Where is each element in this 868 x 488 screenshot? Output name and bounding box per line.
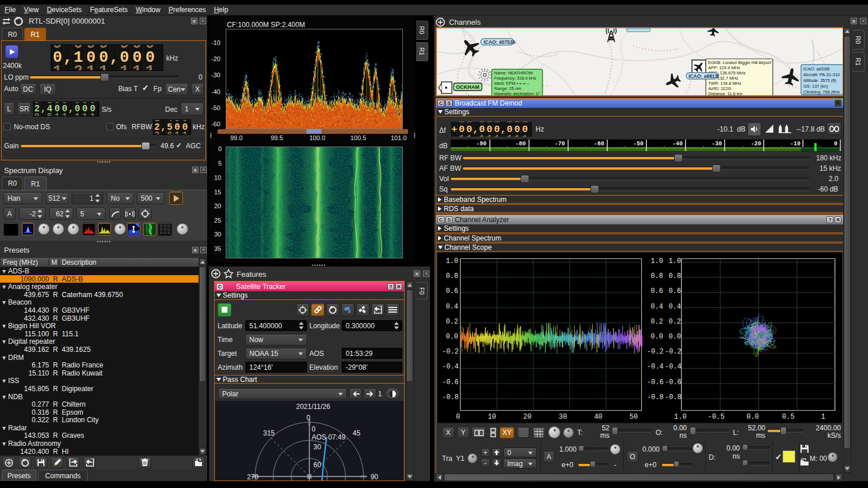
- svg-text:-90: -90: [476, 141, 487, 147]
- svg-text:-50: -50: [633, 141, 643, 147]
- svg-text:-20: -20: [751, 141, 761, 147]
- svg-text:ICAO: a6813f: ICAO: a6813f: [689, 73, 719, 79]
- svg-text:-70: -70: [555, 141, 565, 147]
- svg-text:-40: -40: [672, 141, 683, 147]
- svg-text:30: 30: [313, 443, 321, 451]
- svg-text:Ident: EPM • •--• --: Ident: EPM • •--• --: [494, 81, 530, 86]
- svg-text:EGKB: London Biggin Hill Airpo: EGKB: London Biggin Hill Airport: [708, 60, 772, 65]
- svg-text:132.7 MHz: 132.7 MHz: [717, 76, 739, 81]
- svg-text:TWR: 134.8 MHz: TWR: 134.8 MHz: [708, 81, 742, 86]
- svg-text:0: 0: [834, 141, 837, 147]
- svg-text:Climbing: 768 (ft/m: Climbing: 768 (ft/m: [803, 89, 840, 95]
- svg-text:Altitude: 3575 (ft): Altitude: 3575 (ft): [803, 78, 837, 83]
- svg-text:60: 60: [313, 461, 321, 469]
- svg-text:OCKHAM: OCKHAM: [456, 84, 480, 90]
- svg-text:Frequency: 316.0 kHz: Frequency: 316.0 kHz: [494, 76, 537, 81]
- svg-text:-30: -30: [712, 141, 722, 147]
- svg-text:-60: -60: [594, 141, 604, 147]
- svg-text:Az/El: 112/0: Az/El: 112/0: [708, 86, 731, 91]
- svg-text:0: 0: [306, 414, 310, 422]
- svg-text:Range: 25 nm: Range: 25 nm: [494, 86, 521, 91]
- svg-text:Distance: 11.6 km: Distance: 11.6 km: [708, 91, 742, 96]
- svg-text:2021/11/26: 2021/11/26: [296, 403, 330, 411]
- svg-text:-80: -80: [515, 141, 526, 147]
- svg-text:APP: 129.4 MHz: APP: 129.4 MHz: [708, 65, 740, 70]
- svg-text:90: 90: [371, 473, 379, 481]
- svg-text:0: 0: [312, 425, 316, 433]
- svg-text:315: 315: [263, 429, 275, 437]
- svg-text:-10: -10: [790, 141, 800, 147]
- svg-text:AOS 07:49: AOS 07:49: [312, 433, 346, 441]
- svg-text:45: 45: [353, 429, 361, 437]
- svg-text:Name: HEATHROW: Name: HEATHROW: [494, 70, 533, 76]
- svg-text:GS: 137 (kn): GS: 137 (kn): [803, 84, 828, 89]
- svg-text:270: 270: [247, 473, 259, 481]
- svg-text:s: s: [348, 308, 351, 314]
- svg-text:Magnetic declination: 0°: Magnetic declination: 0°: [494, 91, 540, 96]
- svg-text:Aircraft: PA-31-310: Aircraft: PA-31-310: [803, 72, 840, 77]
- svg-text:ICAO: 40753b: ICAO: 40753b: [484, 39, 515, 45]
- svg-text:ICAO: ad33f8: ICAO: ad33f8: [803, 66, 829, 72]
